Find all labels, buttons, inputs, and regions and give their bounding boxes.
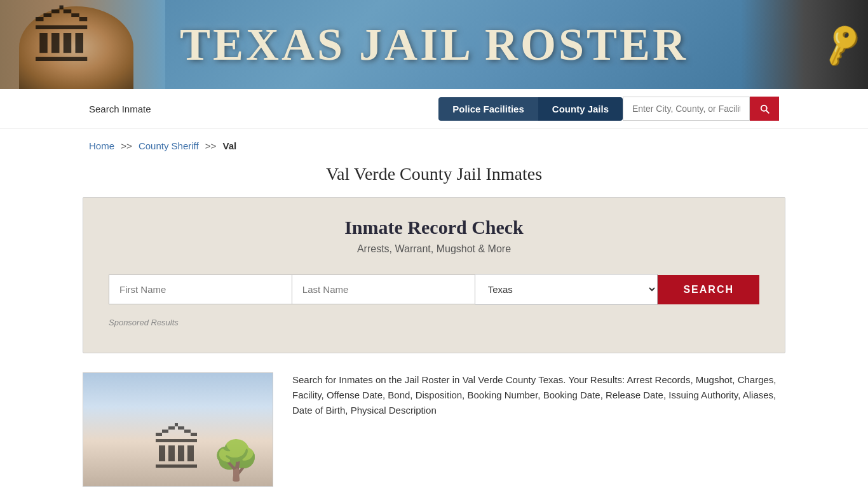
site-title: Texas Jail Roster [180,18,688,71]
breadcrumb: Home >> County Sheriff >> Val [0,129,868,158]
police-facilities-button[interactable]: Police Facilities [438,97,538,121]
record-check-box: Inmate Record Check Arrests, Warrant, Mu… [83,197,785,353]
bottom-section: Search for Inmates on the Jail Roster in… [0,366,868,488]
sponsored-results-label: Sponsored Results [109,318,759,327]
banner-right-image: 🔑 [741,0,868,89]
record-search-button[interactable]: SEARCH [658,275,759,304]
county-jails-button[interactable]: County Jails [538,97,623,121]
breadcrumb-home[interactable]: Home [89,140,114,151]
facility-search-button[interactable] [750,97,779,121]
record-check-form: AlabamaAlaskaArizonaArkansasCaliforniaCo… [109,274,759,305]
search-icon [759,103,770,114]
search-inmate-label: Search Inmate [89,104,438,114]
nav-facility-buttons: Police Facilities County Jails [438,97,623,121]
header-banner: Texas Jail Roster 🔑 [0,0,868,89]
breadcrumb-current: Val [223,140,237,151]
nav-bar: Search Inmate Police Facilities County J… [0,89,868,129]
record-check-subtitle: Arrests, Warrant, Mugshot & More [109,243,759,255]
breadcrumb-separator-2: >> [205,140,217,151]
first-name-input[interactable] [109,274,292,304]
description-text: Search for Inmates on the Jail Roster in… [292,372,785,418]
keys-icon: 🔑 [817,20,867,69]
page-title: Val Verde County Jail Inmates [0,158,868,197]
last-name-input[interactable] [292,274,475,304]
state-select[interactable]: AlabamaAlaskaArizonaArkansasCaliforniaCo… [475,274,658,305]
banner-left-image [0,0,165,89]
breadcrumb-county-sheriff[interactable]: County Sheriff [139,140,199,151]
breadcrumb-separator-1: >> [121,140,132,151]
courthouse-image [83,372,273,487]
record-check-title: Inmate Record Check [109,217,759,238]
facility-search-input[interactable] [623,97,750,121]
